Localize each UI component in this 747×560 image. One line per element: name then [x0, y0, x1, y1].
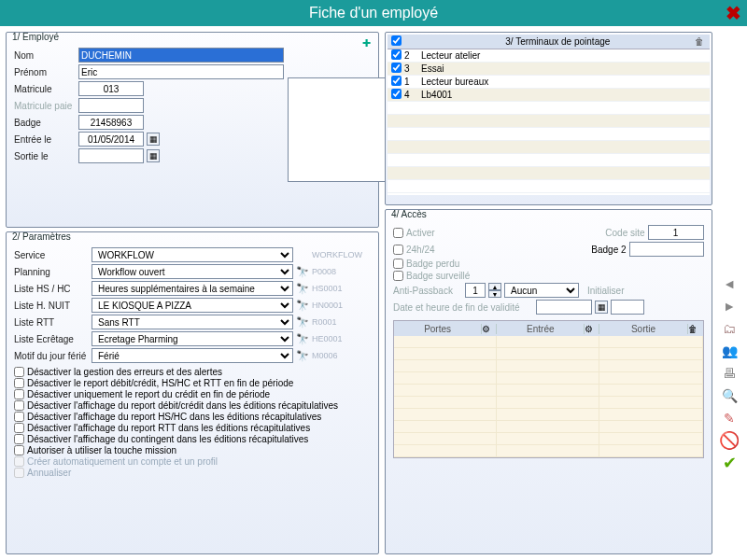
heure-fin-input[interactable]	[611, 300, 644, 315]
next-icon[interactable]: ►	[720, 297, 739, 315]
binoculars-icon[interactable]: 🔭	[296, 282, 309, 295]
param-checkbox[interactable]	[14, 423, 24, 433]
sortie-input[interactable]	[78, 148, 144, 163]
delete-icon[interactable]: 🗑	[688, 324, 703, 334]
param-select[interactable]: Férié	[92, 348, 293, 363]
activer-label: Activer	[406, 228, 509, 238]
badge-perdu-label: Badge perdu	[406, 259, 509, 269]
param-checkbox	[14, 456, 24, 467]
title-bar: Fiche d'un employé ✖	[0, 0, 747, 26]
binoculars-icon[interactable]: 🔭	[296, 349, 309, 362]
edit-icon[interactable]: ✎	[720, 409, 739, 427]
code-site-label: Code site	[595, 228, 645, 238]
confirm-icon[interactable]: ✔	[720, 454, 739, 472]
add-employee-icon[interactable]: ✚	[359, 36, 373, 49]
param-select[interactable]: Ecretage Pharming	[92, 331, 293, 346]
people-icon[interactable]: 👥	[720, 342, 739, 360]
param-checkbox[interactable]	[14, 445, 24, 455]
code-site-input[interactable]	[648, 225, 704, 240]
param-code: M0006	[312, 351, 360, 360]
print-icon[interactable]: 🖶	[720, 364, 739, 383]
anti-passback-label: Anti-Passback	[393, 286, 462, 296]
initialiser-label[interactable]: Initialiser	[587, 286, 624, 296]
calendar-icon[interactable]: ▦	[147, 133, 160, 146]
badge-surveille-label: Badge surveillé	[406, 271, 509, 281]
terminal-name: Lb4001	[421, 90, 710, 100]
binoculars-icon[interactable]: 🔭	[296, 265, 309, 278]
badge-surveille-checkbox[interactable]	[393, 271, 403, 281]
param-select[interactable]: Workflow ouvert	[92, 264, 293, 279]
apb-select[interactable]: Aucun	[504, 283, 579, 298]
badge-input[interactable]	[78, 115, 144, 130]
prev-icon[interactable]: ◄	[720, 274, 739, 293]
terminal-checkbox[interactable]	[391, 49, 402, 60]
terminaux-title: 3/ Terminaux de pointage	[421, 36, 695, 47]
param-select[interactable]: LE KIOSQUE A PIZZA	[92, 298, 293, 313]
terminal-checkbox[interactable]	[391, 76, 402, 86]
h24-label: 24h/24	[406, 245, 509, 255]
terminal-num: 3	[404, 63, 421, 74]
nom-input[interactable]	[78, 48, 284, 63]
col-portes: Portes	[394, 324, 482, 334]
prenom-input[interactable]	[78, 64, 284, 79]
binoculars-icon[interactable]: 🔭	[296, 315, 309, 329]
panel-parametres: 2/ Paramètres ServiceWORKFLOWWORKFLOWPla…	[6, 231, 379, 554]
badge2-input[interactable]	[629, 242, 704, 257]
spinner-up-icon[interactable]: ▲	[488, 283, 501, 290]
param-checkbox[interactable]	[14, 389, 24, 399]
param-check-label: Désactiver l'affichage du contingent dan…	[27, 434, 308, 444]
terminal-num: 4	[404, 90, 421, 100]
matricule-paie-input[interactable]	[78, 98, 144, 113]
col-sortie: Sortie	[599, 324, 687, 334]
terminaux-header: 3/ Terminaux de pointage 🗑	[388, 35, 710, 49]
calendar-icon[interactable]: ▦	[595, 301, 608, 314]
param-select[interactable]: WORKFLOW	[92, 247, 293, 262]
terminal-name: Lecteur bureaux	[421, 77, 710, 87]
panel-employe-title: 1/ Employé	[12, 32, 59, 42]
apb-num-input[interactable]	[465, 283, 486, 298]
close-icon[interactable]: ✖	[726, 2, 741, 24]
matricule-input[interactable]	[78, 81, 144, 96]
cancel-icon[interactable]: 🚫	[720, 431, 739, 450]
param-select[interactable]: Sans RTT	[92, 315, 293, 329]
panel-acces: 4/ Accès Activer Code site 24h/24 Badge …	[385, 209, 712, 554]
param-code: R0001	[312, 317, 360, 327]
sortie-label: Sortie le	[14, 151, 76, 161]
terminal-num: 1	[404, 77, 421, 87]
param-checkbox[interactable]	[14, 400, 24, 411]
spinner-down-icon[interactable]: ▼	[488, 290, 501, 298]
acces-table-header: Portes⚙ Entrée⚙ Sortie 🗑	[394, 321, 703, 336]
param-check-label: Désactiver uniquement le report du crédi…	[27, 389, 270, 399]
terminal-checkbox[interactable]	[391, 63, 402, 73]
date-fin-input[interactable]	[536, 300, 592, 315]
param-checkbox[interactable]	[14, 412, 24, 422]
param-select[interactable]: Heures supplémentaires à la semaine	[92, 281, 293, 296]
param-check-label: Désactiver la gestion des erreurs et des…	[27, 367, 222, 377]
delete-icon[interactable]: 🗑	[695, 36, 710, 47]
panel-employe: 1/ Employé ✚ Nom Prénom Matricule Matric…	[6, 32, 379, 228]
terminal-checkbox[interactable]	[391, 89, 402, 99]
badge2-label: Badge 2	[591, 245, 626, 255]
activer-checkbox[interactable]	[393, 228, 403, 238]
date-fin-label: Date et heure de fin de validité	[393, 302, 533, 313]
panel-acces-title: 4/ Accès	[391, 209, 427, 219]
terminal-name: Essai	[421, 63, 710, 74]
param-check-label: Désactiver l'affichage du report RTT dan…	[27, 423, 310, 433]
badge-label: Badge	[14, 118, 76, 128]
h24-checkbox[interactable]	[393, 245, 403, 255]
badge-perdu-checkbox[interactable]	[393, 259, 403, 269]
search-icon[interactable]: 🔍	[720, 386, 739, 405]
card-icon[interactable]: 🗂	[720, 319, 739, 338]
terminaux-checkall[interactable]	[391, 35, 402, 46]
calendar-icon[interactable]: ▦	[147, 149, 160, 162]
param-label: Service	[14, 250, 89, 260]
param-checkbox[interactable]	[14, 434, 24, 444]
param-label: Liste H. NUIT	[14, 301, 89, 311]
entree-input[interactable]	[78, 132, 144, 147]
param-check-label: Désactiver le report débit/crédit, HS/HC…	[27, 378, 293, 388]
param-checkbox[interactable]	[14, 367, 24, 377]
binoculars-icon[interactable]: 🔭	[296, 332, 309, 345]
param-label: Motif du jour férié	[14, 351, 89, 361]
binoculars-icon[interactable]: 🔭	[296, 299, 309, 312]
param-checkbox[interactable]	[14, 378, 24, 388]
